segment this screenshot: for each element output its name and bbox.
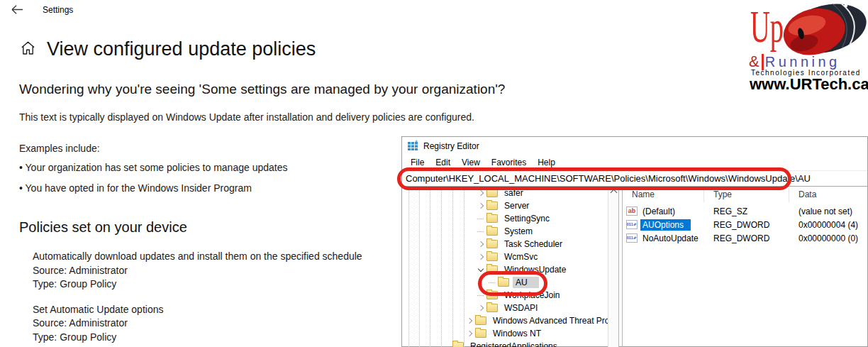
tree-expander-icon[interactable] <box>477 231 486 232</box>
registry-address-text: Computer\HKEY_LOCAL_MACHINE\SOFTWARE\Pol… <box>406 173 811 184</box>
page-title-row: View configured update policies <box>20 38 316 60</box>
question-heading: Wondering why you're seeing 'Some settin… <box>19 82 505 97</box>
value-type-icon <box>626 206 638 216</box>
menu-item[interactable]: Favorites <box>486 158 532 167</box>
tree-expander-icon[interactable] <box>466 331 475 336</box>
folder-icon <box>486 189 498 197</box>
tree-scrollbar[interactable] <box>608 187 618 347</box>
policy-entry: Set Automatic Update options Source: Adm… <box>33 303 362 345</box>
folder-icon <box>475 329 486 338</box>
value-data: 0x00000000 (0) <box>789 233 867 243</box>
registry-tree-item[interactable]: WcmSvc <box>402 250 618 263</box>
example-bullet: • Your organization has set some policie… <box>19 162 287 173</box>
column-header-type[interactable]: Type <box>704 187 789 202</box>
tree-item-label: Server <box>501 200 532 211</box>
tree-expander-icon[interactable] <box>477 268 486 271</box>
description-text: This text is typically displayed on Wind… <box>19 111 474 123</box>
folder-icon <box>486 304 498 312</box>
tree-expander-icon[interactable] <box>443 346 452 347</box>
registry-tree-item[interactable]: SettingSync <box>402 212 618 225</box>
examples-heading: Examples include: <box>19 143 100 154</box>
registry-title-bar[interactable]: Registry Editor <box>402 137 867 155</box>
logo-website: www.URTech.ca <box>750 75 868 94</box>
registry-tree-item[interactable]: WorkplaceJoin <box>402 289 618 302</box>
tree-item-label: System <box>501 226 535 237</box>
registry-value-row[interactable]: AUOptions REG_DWORD 0x00000004 (4) <box>623 218 867 231</box>
registry-tree-item[interactable]: System <box>402 225 618 238</box>
value-type-icon <box>626 233 638 243</box>
policies-heading: Policies set on your device <box>19 219 187 236</box>
folder-icon <box>486 227 498 236</box>
policy-name: Automatically download updates and insta… <box>33 250 362 264</box>
tree-expander-icon[interactable] <box>477 219 486 219</box>
registry-body: safer Server SettingSync <box>402 187 867 347</box>
policy-source: Source: Administrator <box>33 316 362 331</box>
registry-editor-window: Registry Editor File Edit View Favorites… <box>401 136 868 347</box>
app-title: Settings <box>43 5 73 15</box>
policy-name: Set Automatic Update options <box>33 303 362 317</box>
back-button[interactable] <box>11 4 25 16</box>
logo-word-running: Running <box>765 54 840 70</box>
tree-item-label: Windows Advanced Threat Prot <box>490 315 615 326</box>
tree-expander-icon[interactable] <box>466 319 475 323</box>
menu-item[interactable]: Help <box>532 158 561 167</box>
registry-address-bar[interactable]: Computer\HKEY_LOCAL_MACHINE\SOFTWARE\Pol… <box>402 170 867 187</box>
tree-expander-icon[interactable] <box>477 242 486 246</box>
registry-window-title: Registry Editor <box>423 141 479 151</box>
policy-type: Type: Group Policy <box>33 277 362 292</box>
value-type: REG_DWORD <box>704 233 789 243</box>
folder-icon <box>452 342 464 347</box>
tree-item-label: WorkplaceJoin <box>501 290 562 301</box>
tree-expander-icon[interactable] <box>489 282 498 283</box>
values-header-row: Name Type Data <box>623 187 867 202</box>
logo-divider-bar <box>762 54 764 70</box>
registry-tree-item[interactable]: safer <box>402 187 618 199</box>
policies-list: Automatically download updates and insta… <box>33 250 362 344</box>
value-type: REG_SZ <box>704 206 789 216</box>
tree-item-label: AU <box>513 277 539 288</box>
registry-tree-item[interactable]: Windows Advanced Threat Prot <box>402 314 618 327</box>
registry-tree-item[interactable]: Task Scheduler <box>402 238 618 250</box>
value-name: AUOptions <box>640 219 691 231</box>
tree-expander-icon[interactable] <box>477 306 486 310</box>
folder-icon <box>486 265 498 274</box>
folder-icon <box>486 240 498 248</box>
value-data: 0x00000004 (4) <box>789 220 867 230</box>
registry-values-pane: Name Type Data (Default) REG_SZ (value n… <box>622 187 867 347</box>
tree-item-label: WSDAPI <box>501 302 540 314</box>
tree-item-label: RegisteredApplications <box>467 341 560 347</box>
scroll-up-icon[interactable] <box>610 189 617 197</box>
menu-item[interactable]: Edit <box>430 158 456 167</box>
registry-tree-item[interactable]: RegisteredApplications <box>402 340 618 347</box>
column-header-data[interactable]: Data <box>789 187 867 202</box>
tree-item-label: WcmSvc <box>501 251 540 263</box>
registry-tree: safer Server SettingSync <box>402 187 618 347</box>
menu-item[interactable]: View <box>456 158 486 167</box>
folder-icon <box>486 253 498 261</box>
registry-tree-item[interactable]: Windows NT <box>402 327 618 340</box>
column-header-name[interactable]: Name <box>623 187 704 202</box>
registry-tree-item[interactable]: Server <box>402 199 618 212</box>
registry-tree-item[interactable]: WSDAPI <box>402 302 618 314</box>
home-icon <box>20 40 36 58</box>
registry-app-icon <box>408 140 418 153</box>
value-type: REG_DWORD <box>704 220 789 230</box>
urtech-logo: Up & Running Technologies Incorporated w… <box>745 1 868 95</box>
policy-source: Source: Administrator <box>33 264 362 278</box>
values-list: (Default) REG_SZ (value not set) AUOptio… <box>623 202 867 245</box>
registry-tree-item[interactable]: WindowsUpdate <box>402 263 618 276</box>
menu-item[interactable]: File <box>405 158 430 167</box>
value-name: (Default) <box>640 206 677 217</box>
tree-expander-icon[interactable] <box>477 255 486 259</box>
back-arrow-icon <box>11 5 24 17</box>
registry-value-row[interactable]: NoAutoUpdate REG_DWORD 0x00000000 (0) <box>623 231 867 245</box>
example-bullet: • You have opted in for the Windows Insi… <box>19 182 287 194</box>
policy-entry: Automatically download updates and insta… <box>33 250 362 292</box>
registry-tree-item[interactable]: AU <box>402 276 618 289</box>
tree-expander-icon[interactable] <box>477 191 486 195</box>
registry-value-row[interactable]: (Default) REG_SZ (value not set) <box>623 204 867 218</box>
tree-item-label: Task Scheduler <box>501 238 565 250</box>
examples-list: • Your organization has set some policie… <box>19 162 287 194</box>
tree-expander-icon[interactable] <box>477 295 486 296</box>
tree-expander-icon[interactable] <box>477 204 486 208</box>
